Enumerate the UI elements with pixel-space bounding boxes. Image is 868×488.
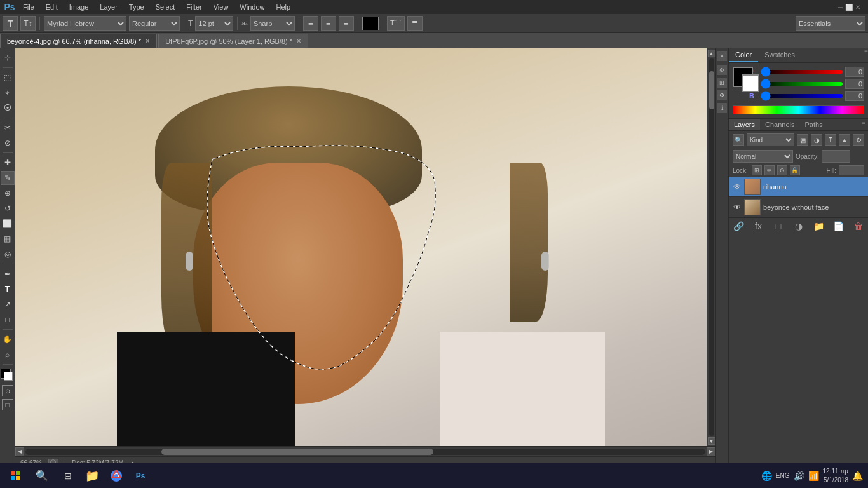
- shape-tool[interactable]: □: [1, 313, 15, 327]
- quick-select-tool[interactable]: ⦿: [1, 101, 15, 115]
- opacity-input[interactable]: 100%: [822, 150, 850, 163]
- menu-edit[interactable]: Edit: [41, 2, 63, 12]
- menu-layer[interactable]: Layer: [95, 2, 123, 12]
- heal-tool[interactable]: ✚: [1, 156, 15, 170]
- quick-mask-btn[interactable]: ⊙: [2, 385, 13, 396]
- scroll-v-track[interactable]: [709, 58, 714, 436]
- gradient-tool[interactable]: ▦: [1, 232, 15, 246]
- delete-layer-btn[interactable]: 🗑: [853, 220, 864, 232]
- adjust-filter-icon[interactable]: ◑: [811, 134, 822, 146]
- panel-icon-3[interactable]: ⚙: [717, 90, 727, 100]
- panel-icon-2[interactable]: ⊞: [717, 78, 727, 88]
- canvas-image[interactable]: @keyframes marchingAnts { 0% { stroke-da…: [15, 48, 707, 446]
- lasso-tool[interactable]: ⌖: [1, 86, 15, 100]
- color-spectrum[interactable]: [733, 105, 864, 114]
- essentials-select[interactable]: Essentials: [796, 16, 865, 31]
- scroll-h-track[interactable]: [25, 449, 705, 455]
- crop-tool[interactable]: ✂: [1, 121, 15, 135]
- b-value[interactable]: 0: [845, 91, 864, 101]
- new-layer-btn[interactable]: 📄: [833, 220, 844, 232]
- start-button[interactable]: [5, 465, 27, 487]
- scroll-down-btn[interactable]: ▼: [708, 437, 715, 445]
- menu-image[interactable]: Image: [64, 2, 94, 12]
- scroll-up-btn[interactable]: ▲: [708, 50, 715, 57]
- background-swatch[interactable]: [742, 74, 759, 92]
- menu-file[interactable]: File: [18, 2, 39, 12]
- fill-input[interactable]: 100%: [839, 165, 864, 175]
- menu-view[interactable]: View: [208, 2, 234, 12]
- tray-action-center[interactable]: 🔔: [852, 471, 863, 481]
- panel-icon-4[interactable]: ℹ: [717, 103, 727, 113]
- pixel-filter-icon[interactable]: ▩: [797, 134, 808, 146]
- close-icon[interactable]: ✕: [855, 4, 860, 11]
- fg-bg-colors[interactable]: [1, 369, 15, 383]
- text-color-swatch[interactable]: [362, 17, 379, 30]
- tab-1[interactable]: beyoncé-4.jpg @ 66.7% (rihanna, RGB/8) *…: [0, 34, 157, 48]
- tab-2-close[interactable]: ✕: [296, 37, 301, 44]
- smart-filter-icon[interactable]: ⚙: [853, 134, 864, 146]
- kind-filter-icon[interactable]: 🔍: [733, 134, 744, 146]
- tray-clock[interactable]: 12:11 πμ 5/1/2018: [823, 467, 848, 485]
- type-filter-icon[interactable]: T: [825, 134, 836, 146]
- eyedropper-tool[interactable]: ⊘: [1, 136, 15, 150]
- r-slider[interactable]: [761, 70, 843, 74]
- menu-type[interactable]: Type: [124, 2, 149, 12]
- align-left-btn[interactable]: ≡: [303, 16, 318, 31]
- screen-mode-btn[interactable]: □: [2, 399, 13, 410]
- move-tool[interactable]: ⊹: [1, 51, 15, 65]
- character-panel-btn[interactable]: ≣: [407, 16, 423, 31]
- background-color[interactable]: [4, 372, 13, 381]
- tab-paths[interactable]: Paths: [800, 119, 828, 130]
- warp-text-btn[interactable]: T⌒: [387, 16, 405, 31]
- canvas-scroll-v[interactable]: ▲ ▼: [707, 48, 715, 446]
- scroll-h-thumb[interactable]: [161, 449, 433, 455]
- pen-tool[interactable]: ✒: [1, 267, 15, 281]
- align-right-btn[interactable]: ≡: [339, 16, 354, 31]
- taskbar-photoshop[interactable]: Ps: [130, 465, 151, 487]
- tab-swatches[interactable]: Swatches: [758, 48, 801, 62]
- layer-beyonce-visibility[interactable]: 👁: [733, 203, 742, 212]
- adjustment-layer-btn[interactable]: ◑: [793, 220, 804, 232]
- menu-window[interactable]: Window: [234, 2, 269, 12]
- tab-2[interactable]: UfP8Fq6P.jpg @ 50% (Layer 1, RGB/8) * ✕: [158, 34, 308, 48]
- blend-mode-select[interactable]: Normal: [733, 150, 793, 163]
- add-style-btn[interactable]: fx: [753, 220, 764, 232]
- minimize-icon[interactable]: ─: [838, 4, 843, 11]
- clone-tool[interactable]: ⊕: [1, 186, 15, 200]
- font-family-select[interactable]: Myriad Hebrew: [44, 16, 126, 31]
- eraser-tool[interactable]: ⬜: [1, 217, 15, 231]
- tray-network-icon[interactable]: 🌐: [761, 471, 772, 481]
- add-mask-btn[interactable]: □: [773, 220, 784, 232]
- lock-all-btn[interactable]: 🔒: [790, 165, 800, 175]
- tab-color[interactable]: Color: [729, 48, 758, 62]
- canvas-area[interactable]: @keyframes marchingAnts { 0% { stroke-da…: [15, 48, 707, 446]
- collapse-panels-btn[interactable]: »: [717, 51, 727, 61]
- tray-wifi-icon[interactable]: 📶: [808, 471, 819, 481]
- menu-filter[interactable]: Filter: [181, 2, 207, 12]
- menu-help[interactable]: Help: [271, 2, 295, 12]
- tab-layers[interactable]: Layers: [729, 119, 760, 130]
- font-style-select[interactable]: Regular: [129, 16, 180, 31]
- r-value[interactable]: 0: [845, 67, 864, 77]
- font-size-select[interactable]: 12 pt: [195, 16, 233, 31]
- restore-icon[interactable]: ⬜: [845, 4, 853, 11]
- g-value[interactable]: 0: [845, 79, 864, 89]
- taskbar-search-btn[interactable]: 🔍: [29, 465, 55, 487]
- color-panel-menu[interactable]: ≡: [864, 48, 868, 62]
- path-select-tool[interactable]: ↗: [1, 297, 15, 311]
- kind-select[interactable]: Kind: [747, 133, 794, 146]
- type-orient-btn[interactable]: T↕: [20, 16, 36, 31]
- history-tool[interactable]: ↺: [1, 201, 15, 215]
- layer-rihanna[interactable]: 👁 rihanna: [729, 177, 868, 197]
- shape-filter-icon[interactable]: ▲: [839, 134, 850, 146]
- b-slider[interactable]: [761, 94, 843, 98]
- type-tool[interactable]: T: [1, 282, 15, 296]
- zoom-tool[interactable]: ⌕: [1, 348, 15, 362]
- taskbar-explorer[interactable]: 📁: [81, 465, 103, 487]
- brush-tool[interactable]: ✎: [1, 171, 15, 185]
- dodge-tool[interactable]: ◎: [1, 247, 15, 261]
- aa-select[interactable]: Sharp: [250, 16, 295, 31]
- lock-pixels-btn[interactable]: ⊞: [752, 165, 762, 175]
- tab-channels[interactable]: Channels: [760, 119, 799, 130]
- type-tool-indicator[interactable]: T: [3, 16, 18, 31]
